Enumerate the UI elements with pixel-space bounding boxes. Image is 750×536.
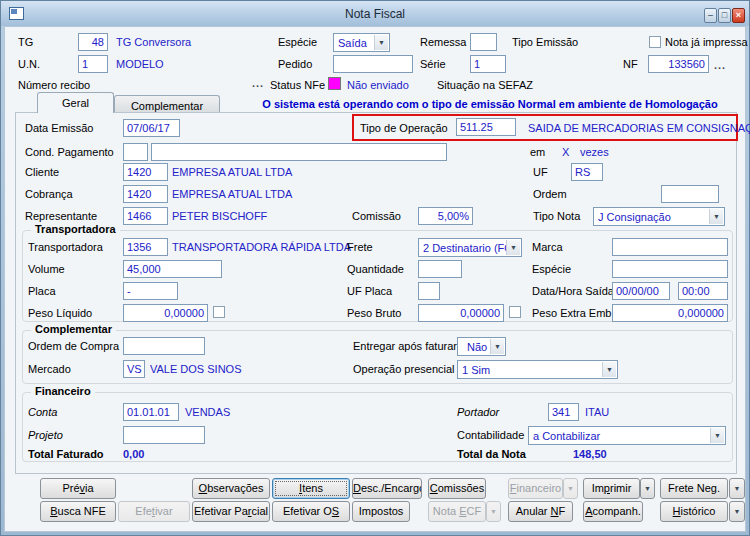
frete-select[interactable]: 2 Destinatario (FOB▼ [418, 238, 522, 257]
ordem-field[interactable] [661, 185, 719, 203]
peso-bruto-field[interactable]: 0,00000 [418, 304, 504, 322]
cliente-code-field[interactable]: 1420 [123, 163, 168, 181]
data-saida-field[interactable]: 00/00/00 [612, 282, 670, 300]
nf-field[interactable]: 133560 [648, 55, 709, 73]
comissao-label: Comissão [352, 210, 401, 222]
operacao-presencial-select[interactable]: 1 Sim▼ [457, 360, 618, 379]
comissao-field[interactable]: 5,00% [418, 207, 473, 225]
frete-neg-dropdown-button[interactable]: ▼ [729, 478, 745, 499]
contabilidade-select[interactable]: a Contabilizar▼ [528, 426, 726, 445]
frete-neg-button[interactable]: Frete Neg. [660, 478, 728, 499]
uf-placa-field[interactable] [418, 282, 440, 300]
complementar-group-title: Complementar [31, 323, 116, 335]
remessa-field[interactable] [470, 33, 497, 51]
status-nfe-swatch [328, 77, 341, 90]
un-field[interactable]: 1 [78, 55, 108, 73]
impostos-button[interactable]: Impostos [352, 501, 410, 522]
cobranca-description: EMPRESA ATUAL LTDA [172, 188, 292, 200]
nf-ellipsis-button[interactable]: ... [714, 59, 726, 71]
volume-field[interactable]: 45,000 [123, 260, 222, 278]
ordem-compra-field[interactable] [123, 337, 205, 355]
placa-field[interactable]: - [123, 282, 178, 300]
busca-nfe-button[interactable]: Busca NFE [40, 501, 116, 522]
total-faturado-value: 0,00 [123, 448, 144, 460]
historico-dropdown-button[interactable]: ▼ [729, 501, 745, 522]
cobranca-label: Cobrança [25, 188, 73, 200]
tab-complementar[interactable]: Complementar [114, 95, 220, 113]
marca-field[interactable] [612, 238, 728, 256]
peso-bruto-checkbox[interactable] [509, 306, 521, 318]
quantidade-field[interactable] [418, 260, 462, 278]
acompanh-button[interactable]: Acompanh. [583, 501, 643, 522]
hora-saida-field[interactable]: 00:00 [678, 282, 728, 300]
chevron-down-icon[interactable]: ▼ [506, 240, 520, 255]
anular-nf-button[interactable]: Anular NF [508, 501, 573, 522]
representante-code-field[interactable]: 1466 [123, 207, 168, 225]
observacoes-button[interactable]: Observações [192, 478, 270, 499]
ordem-label: Ordem [533, 188, 567, 200]
nota-ecf-button[interactable]: Nota ECF [428, 501, 486, 522]
data-emissao-field[interactable]: 07/06/17 [123, 119, 180, 137]
chevron-down-icon[interactable]: ▼ [374, 35, 388, 50]
peso-liquido-checkbox[interactable] [213, 306, 225, 318]
tg-field[interactable]: 48 [78, 33, 108, 51]
efetivar-os-button[interactable]: Efetivar OS [272, 501, 350, 522]
peso-liquido-field[interactable]: 0,00000 [123, 304, 208, 322]
portador-label: Portador [457, 406, 499, 418]
comissoes-button[interactable]: Comissões [428, 478, 486, 499]
tipo-nota-select[interactable]: J Consignação▼ [593, 207, 725, 226]
itens-button[interactable]: Itens [272, 478, 350, 499]
historico-button[interactable]: Histórico [660, 501, 728, 522]
efetivar-button[interactable]: Efetivar [118, 501, 190, 522]
mercado-code-field[interactable]: VS [123, 360, 145, 378]
pedido-field[interactable] [333, 55, 413, 73]
chevron-down-icon[interactable]: ▼ [709, 209, 723, 224]
serie-field[interactable]: 1 [470, 55, 506, 73]
nota-ecf-dropdown-button[interactable]: ▼ [486, 501, 501, 522]
chevron-down-icon[interactable]: ▼ [710, 428, 724, 443]
cobranca-code-field[interactable]: 1420 [123, 185, 168, 203]
cliente-label: Cliente [25, 166, 59, 178]
representante-label: Representante [25, 210, 97, 222]
especie-select[interactable]: Saída▼ [333, 33, 390, 52]
cond-pagamento-label: Cond. Pagamento [25, 146, 114, 158]
especie-emb-field[interactable] [612, 260, 728, 278]
nf-label: NF [623, 58, 638, 70]
maximize-button[interactable]: □ [718, 8, 731, 23]
financeiro-dropdown-button[interactable]: ▼ [563, 478, 578, 499]
conta-field[interactable]: 01.01.01 [123, 403, 179, 421]
entregar-apos-faturar-select[interactable]: Não▼ [457, 337, 506, 356]
efetivar-parcial-button[interactable]: Efetivar Parcial [192, 501, 270, 522]
uf-label: UF [533, 166, 548, 178]
especie-emb-label: Espécie [532, 263, 571, 275]
entregar-apos-faturar-label: Entregar após faturar [353, 340, 457, 352]
previa-button[interactable]: Prévia [40, 478, 116, 499]
tipo-emissao-label: Tipo Emissão [512, 36, 578, 48]
portador-field[interactable]: 341 [548, 403, 579, 421]
tg-label: TG [18, 36, 33, 48]
tipo-operacao-field[interactable]: 511.25 [456, 118, 516, 136]
uf-field[interactable]: RS [571, 163, 603, 181]
imprimir-button[interactable]: Imprimir [583, 478, 640, 499]
minimize-button[interactable]: – [704, 8, 717, 23]
desc-encargos-button[interactable]: Desc./Encargos [352, 478, 422, 499]
financeiro-button[interactable]: Financeiro [508, 478, 563, 499]
peso-extra-emb-field[interactable]: 0,000000 [612, 304, 728, 322]
especie-label: Espécie [278, 36, 317, 48]
projeto-field[interactable] [123, 426, 205, 444]
data-hora-saida-label: Data/Hora Saída [532, 285, 614, 297]
serie-label: Série [420, 58, 446, 70]
chevron-down-icon[interactable]: ▼ [490, 339, 504, 354]
titlebar[interactable]: Nota Fiscal – □ × [1, 1, 749, 26]
cond-pagamento-code-field[interactable] [123, 143, 148, 161]
close-button[interactable]: × [732, 8, 745, 23]
chevron-down-icon[interactable]: ▼ [602, 362, 616, 377]
financeiro-group-title: Financeiro [31, 385, 95, 397]
tab-geral[interactable]: Geral [37, 92, 114, 113]
nota-ja-impressa-checkbox[interactable] [649, 36, 661, 48]
total-faturado-label: Total Faturado [28, 448, 104, 460]
cond-pagamento-desc-field[interactable] [151, 143, 447, 161]
transportadora-code-field[interactable]: 1356 [123, 238, 168, 256]
recibo-ellipsis-button[interactable]: ... [252, 77, 264, 89]
imprimir-dropdown-button[interactable]: ▼ [640, 478, 655, 499]
